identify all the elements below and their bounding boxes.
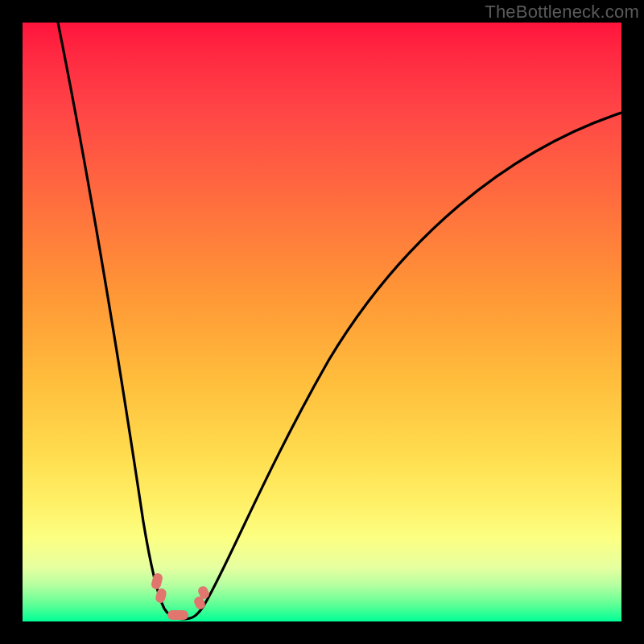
bottleneck-curve-svg bbox=[23, 23, 621, 621]
bottleneck-curve-path bbox=[58, 23, 621, 619]
curve-marker bbox=[167, 610, 188, 620]
curve-markers bbox=[151, 572, 211, 620]
watermark-text: TheBottleneck.com bbox=[485, 2, 639, 23]
plot-area bbox=[23, 23, 621, 621]
